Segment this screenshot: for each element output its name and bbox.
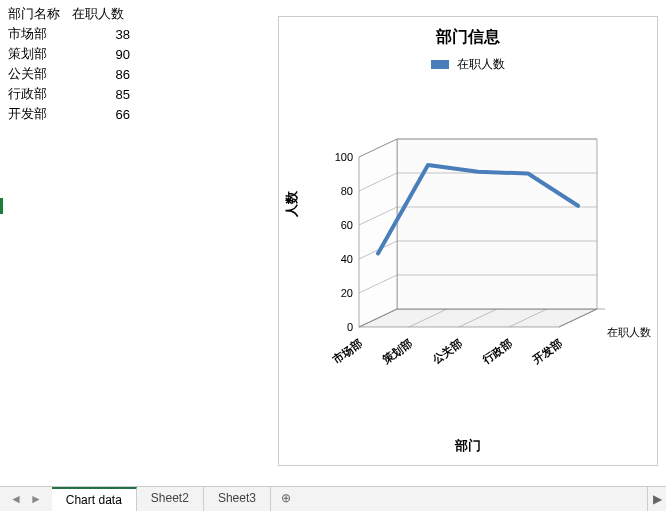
- svg-text:公关部: 公关部: [429, 337, 464, 366]
- chart-title: 部门信息: [279, 27, 657, 48]
- svg-text:60: 60: [341, 219, 353, 231]
- cell-dept[interactable]: 市场部: [6, 24, 70, 44]
- svg-text:策划部: 策划部: [379, 337, 414, 366]
- col-header-dept[interactable]: 部门名称: [6, 4, 70, 24]
- table-row[interactable]: 市场部 38: [6, 24, 134, 44]
- data-table: 部门名称 在职人数 市场部 38 策划部 90 公关部 86 行政部 85 开发…: [6, 4, 134, 124]
- chart-svg: 020406080100市场部策划部公关部行政部开发部: [319, 137, 629, 417]
- table-row[interactable]: 策划部 90: [6, 44, 134, 64]
- sheet-tabs-bar: ◄ ► Chart data Sheet2 Sheet3 ⊕ ▶: [0, 486, 666, 511]
- table-row[interactable]: 行政部 85: [6, 84, 134, 104]
- spreadsheet-data-area: 部门名称 在职人数 市场部 38 策划部 90 公关部 86 行政部 85 开发…: [0, 0, 272, 128]
- tab-nav-buttons: ◄ ►: [0, 487, 52, 511]
- cell-count[interactable]: 85: [70, 84, 134, 104]
- sheet-tab-chart-data[interactable]: Chart data: [52, 487, 137, 511]
- add-sheet-button[interactable]: ⊕: [271, 487, 301, 511]
- legend-label: 在职人数: [457, 57, 505, 71]
- depth-axis-label: 在职人数: [607, 325, 651, 340]
- x-axis-label: 部门: [279, 437, 657, 455]
- svg-text:市场部: 市场部: [329, 337, 364, 366]
- cell-count[interactable]: 38: [70, 24, 134, 44]
- cell-dept[interactable]: 公关部: [6, 64, 70, 84]
- cell-dept[interactable]: 行政部: [6, 84, 70, 104]
- sheet-tab-sheet3[interactable]: Sheet3: [204, 487, 271, 511]
- cell-count[interactable]: 90: [70, 44, 134, 64]
- svg-text:行政部: 行政部: [479, 337, 514, 366]
- chart-container[interactable]: 部门信息 在职人数 人数 020406080100市场部策划部公关部行政部开发部…: [278, 16, 658, 466]
- table-header-row: 部门名称 在职人数: [6, 4, 134, 24]
- svg-text:20: 20: [341, 287, 353, 299]
- svg-text:80: 80: [341, 185, 353, 197]
- cell-count[interactable]: 86: [70, 64, 134, 84]
- col-header-count[interactable]: 在职人数: [70, 4, 134, 24]
- svg-text:开发部: 开发部: [529, 337, 564, 366]
- svg-text:40: 40: [341, 253, 353, 265]
- svg-text:0: 0: [347, 321, 353, 333]
- table-row[interactable]: 公关部 86: [6, 64, 134, 84]
- chart-legend: 在职人数: [279, 56, 657, 73]
- tab-next-icon[interactable]: ►: [26, 492, 46, 506]
- chart-plot-area: 020406080100市场部策划部公关部行政部开发部: [319, 137, 629, 417]
- sheet-tab-sheet2[interactable]: Sheet2: [137, 487, 204, 511]
- legend-swatch-icon: [431, 60, 449, 69]
- horizontal-scroll-icon[interactable]: ▶: [647, 487, 666, 511]
- tab-prev-icon[interactable]: ◄: [6, 492, 26, 506]
- y-axis-label: 人数: [283, 191, 301, 217]
- cell-cursor-indicator: [0, 198, 3, 214]
- svg-text:100: 100: [335, 151, 353, 163]
- cell-dept[interactable]: 开发部: [6, 104, 70, 124]
- cell-count[interactable]: 66: [70, 104, 134, 124]
- table-row[interactable]: 开发部 66: [6, 104, 134, 124]
- cell-dept[interactable]: 策划部: [6, 44, 70, 64]
